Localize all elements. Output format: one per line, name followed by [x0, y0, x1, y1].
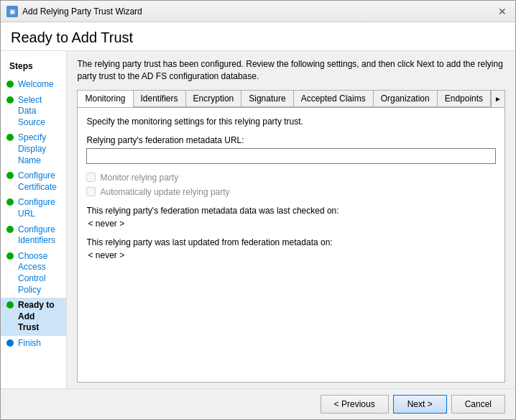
- close-button[interactable]: ✕: [495, 4, 510, 19]
- tab-endpoints[interactable]: Endpoints: [438, 91, 491, 107]
- auto-update-checkbox[interactable]: [86, 187, 96, 196]
- checkbox-row-monitor: Monitor relying party: [86, 173, 496, 183]
- sidebar-item-ready-to-add[interactable]: Ready to Add Trust: [1, 298, 66, 336]
- tab-signature[interactable]: Signature: [241, 91, 293, 107]
- checkbox-row-autoupdate: Automatically update relying party: [86, 187, 496, 197]
- auto-update-label: Automatically update relying party: [100, 187, 229, 197]
- sidebar-label-welcome: Welcome: [18, 79, 54, 91]
- dot-configure-certificate: [6, 172, 14, 179]
- status-section: This relying party's federation metadata…: [86, 206, 496, 260]
- sidebar: Steps Welcome Select Data Source Specify…: [1, 51, 67, 388]
- sidebar-label-ready-to-add: Ready to Add Trust: [18, 300, 57, 334]
- dot-ready-to-add: [6, 301, 14, 309]
- tab-monitoring-content: Specify the monitoring settings for this…: [78, 108, 505, 382]
- window-icon: ▣: [6, 6, 18, 17]
- monitor-relying-party-label: Monitor relying party: [100, 173, 178, 183]
- federation-metadata-url-input[interactable]: [86, 148, 496, 164]
- monitor-relying-party-checkbox[interactable]: [86, 173, 96, 182]
- tab-identifiers[interactable]: Identifiers: [134, 91, 186, 107]
- sidebar-item-configure-certificate[interactable]: Configure Certificate: [1, 168, 66, 195]
- title-bar-left: ▣ Add Relying Party Trust Wizard: [6, 6, 142, 17]
- sidebar-item-select-data-source[interactable]: Select Data Source: [1, 93, 66, 131]
- dot-welcome: [6, 81, 14, 88]
- page-title: Ready to Add Trust: [1, 22, 515, 51]
- sidebar-label-select-data-source: Select Data Source: [18, 95, 57, 129]
- tab-monitoring[interactable]: Monitoring: [78, 91, 133, 108]
- tab-encryption[interactable]: Encryption: [186, 91, 242, 107]
- dot-configure-identifiers: [6, 226, 14, 233]
- tab-bar: Monitoring Identifiers Encryption Signat…: [78, 91, 505, 108]
- previous-button[interactable]: < Previous: [321, 395, 389, 414]
- tab-nav-right[interactable]: ►: [491, 91, 505, 107]
- monitoring-description: Specify the monitoring settings for this…: [86, 117, 496, 127]
- sidebar-item-welcome[interactable]: Welcome: [1, 77, 66, 93]
- last-updated-value: < never >: [86, 250, 496, 260]
- tab-container: Monitoring Identifiers Encryption Signat…: [77, 90, 505, 383]
- dot-specify-display-name: [6, 134, 14, 141]
- dot-finish: [6, 339, 14, 347]
- sidebar-item-configure-identifiers[interactable]: Configure Identifiers: [1, 222, 66, 249]
- url-field-label: Relying party's federation metadata URL:: [86, 135, 496, 145]
- last-checked-label: This relying party's federation metadata…: [86, 206, 496, 216]
- dot-choose-access-control: [6, 252, 14, 260]
- sidebar-label-configure-certificate: Configure Certificate: [18, 170, 57, 193]
- window-title: Add Relying Party Trust Wizard: [22, 6, 142, 17]
- sidebar-label-configure-identifiers: Configure Identifiers: [18, 224, 57, 247]
- sidebar-item-choose-access-control[interactable]: Choose Access Control Policy: [1, 249, 66, 298]
- right-panel: The relying party trust has been configu…: [67, 51, 515, 388]
- sidebar-label-finish: Finish: [18, 338, 41, 350]
- sidebar-label-configure-url: Configure URL: [18, 197, 57, 219]
- tab-organization[interactable]: Organization: [374, 91, 438, 107]
- dot-configure-url: [6, 198, 14, 206]
- page-description: The relying party trust has been configu…: [77, 58, 505, 83]
- sidebar-item-configure-url[interactable]: Configure URL: [1, 195, 66, 222]
- sidebar-item-specify-display-name[interactable]: Specify Display Name: [1, 130, 66, 168]
- sidebar-heading: Steps: [1, 58, 66, 77]
- footer: < Previous Next > Cancel: [1, 388, 515, 419]
- sidebar-item-finish[interactable]: Finish: [1, 336, 66, 352]
- tab-accepted-claims[interactable]: Accepted Claims: [294, 91, 374, 107]
- dot-select-data-source: [6, 96, 14, 104]
- sidebar-label-choose-access-control: Choose Access Control Policy: [18, 251, 57, 296]
- last-updated-label: This relying party was last updated from…: [86, 237, 496, 247]
- cancel-button[interactable]: Cancel: [451, 395, 505, 414]
- next-button[interactable]: Next >: [393, 395, 447, 414]
- sidebar-label-specify-display-name: Specify Display Name: [18, 132, 57, 166]
- last-checked-value: < never >: [86, 219, 496, 229]
- title-bar: ▣ Add Relying Party Trust Wizard ✕: [1, 1, 515, 22]
- main-content: Steps Welcome Select Data Source Specify…: [1, 51, 515, 388]
- wizard-window: ▣ Add Relying Party Trust Wizard ✕ Ready…: [0, 0, 516, 420]
